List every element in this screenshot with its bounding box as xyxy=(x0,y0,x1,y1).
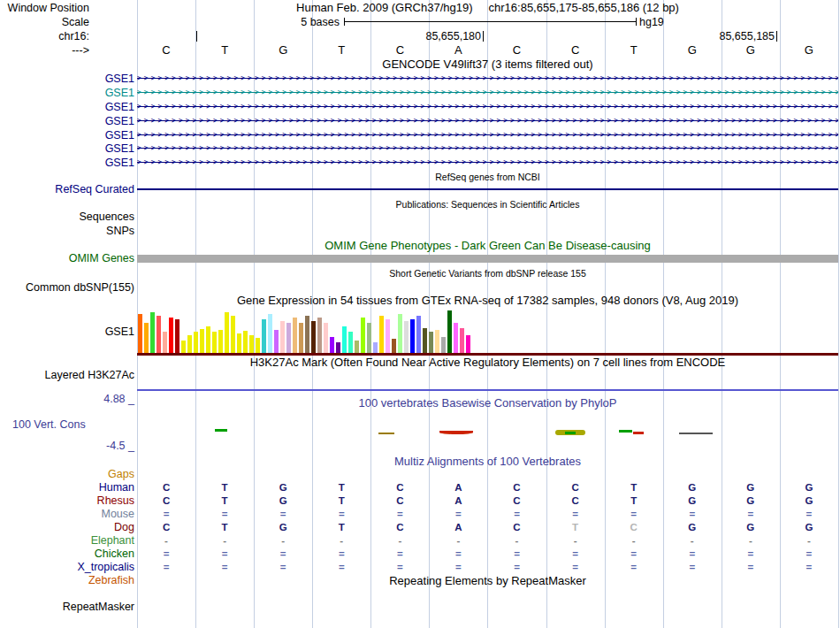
base-cell: T xyxy=(195,494,254,507)
track-label-refseq-curated[interactable]: RefSeq Curated xyxy=(2,183,134,195)
track-label-gse1[interactable]: GSE1 xyxy=(2,87,134,99)
species-label-x-tropicalis[interactable]: X_tropicalis xyxy=(2,561,134,573)
tissue-bar xyxy=(169,318,173,353)
tissue-bar xyxy=(348,332,353,353)
tissue-bar xyxy=(218,330,223,353)
phylop-min-value: -4.5 _ xyxy=(2,440,134,452)
transcript-gse1[interactable] xyxy=(137,117,838,126)
base-cell: G xyxy=(663,494,722,507)
species-label-dog[interactable]: Dog xyxy=(2,521,134,533)
base-cell: = xyxy=(663,548,722,560)
reference-sequence-track[interactable]: CTGTCACCTGGG xyxy=(137,44,838,57)
track-label-gse1[interactable]: GSE1 xyxy=(2,142,134,155)
tissue-bar xyxy=(299,323,303,353)
track-label-omim-genes[interactable]: OMIM Genes xyxy=(2,252,134,264)
base-cell: = xyxy=(487,508,546,520)
species-label-human[interactable]: Human xyxy=(2,481,134,494)
tissue-bar xyxy=(367,323,371,353)
tissue-bar xyxy=(286,323,291,353)
phylop-positive-mark xyxy=(565,432,576,434)
tissue-bar xyxy=(429,332,433,353)
transcript-gse1[interactable] xyxy=(137,131,838,140)
repeatmasker-track-header: Repeating Elements by RepeatMasker xyxy=(137,575,838,587)
transcript-gse1[interactable] xyxy=(137,158,838,167)
base-cell: - xyxy=(546,534,605,547)
species-label-zebrafish[interactable]: Zebrafish xyxy=(2,574,134,586)
species-label-mouse[interactable]: Mouse xyxy=(2,508,134,520)
alignment-row-x-tropicalis[interactable]: ============ xyxy=(137,561,838,573)
track-label-layered-h3k27ac[interactable]: Layered H3K27Ac xyxy=(2,369,134,381)
layered-h3k27ac-track[interactable] xyxy=(137,389,838,391)
base-cell: T xyxy=(605,44,663,57)
dbsnp-track-header: Short Genetic Variants from dbSNP releas… xyxy=(137,268,838,279)
track-label-sequences[interactable]: Sequences xyxy=(2,211,134,223)
base-cell: = xyxy=(312,561,370,573)
base-cell: = xyxy=(663,561,722,573)
tissue-bar xyxy=(293,318,297,353)
base-cell: C xyxy=(370,494,429,507)
tissue-bar xyxy=(386,319,390,353)
base-cell: C xyxy=(370,481,429,494)
base-cell: = xyxy=(663,508,722,520)
window-position-label: Window Position xyxy=(2,2,89,14)
alignment-row-human[interactable]: CTGTCACCTGGG xyxy=(137,481,838,494)
base-cell: C xyxy=(487,481,546,494)
tissue-bar xyxy=(398,314,402,353)
base-cell: C xyxy=(137,494,195,507)
base-cell: = xyxy=(137,508,195,520)
base-cell: = xyxy=(195,561,254,573)
alignment-row-dog[interactable]: CTGTCACTCGGG xyxy=(137,521,838,533)
base-cell: G xyxy=(722,521,780,533)
track-label-gse1[interactable]: GSE1 xyxy=(2,115,134,127)
base-cell: C xyxy=(370,44,429,57)
base-cell: = xyxy=(487,561,546,573)
tissue-bar xyxy=(181,341,186,353)
transcript-gse1[interactable] xyxy=(137,144,838,153)
base-cell: = xyxy=(780,548,838,560)
base-cell: T xyxy=(312,481,370,494)
transcript-gse1[interactable] xyxy=(137,88,838,97)
track-label-gtex-gse1[interactable]: GSE1 xyxy=(2,325,134,338)
tissue-bar xyxy=(138,314,142,353)
track-label-common-dbsnp[interactable]: Common dbSNP(155) xyxy=(2,281,134,294)
track-label-gse1[interactable]: GSE1 xyxy=(2,73,134,85)
track-label-gaps[interactable]: Gaps xyxy=(2,468,134,480)
base-cell: = xyxy=(370,508,429,520)
gtex-expression-barchart[interactable] xyxy=(138,309,839,353)
track-label-gse1[interactable]: GSE1 xyxy=(2,129,134,142)
tissue-bar xyxy=(447,310,452,353)
base-cell: G xyxy=(780,44,838,57)
transcript-gse1[interactable] xyxy=(137,103,838,111)
ucsc-genome-browser: Window Position Human Feb. 2009 (GRCh37/… xyxy=(0,0,840,628)
tissue-bar xyxy=(460,328,464,353)
refseq-curated-track[interactable] xyxy=(137,188,838,190)
phylop-positive-mark xyxy=(619,430,632,433)
alignment-row-chicken[interactable]: ============ xyxy=(137,548,838,560)
base-cell: G xyxy=(663,521,722,533)
tissue-bar xyxy=(163,332,167,353)
track-label-100-vert-cons[interactable]: 100 Vert. Cons xyxy=(12,418,86,431)
track-label-repeatmasker[interactable]: RepeatMasker xyxy=(2,601,134,613)
tissue-bar xyxy=(454,323,458,353)
ruler-number: 85,655,185 xyxy=(665,30,775,42)
tissue-bar xyxy=(194,332,198,353)
omim-genes-track[interactable] xyxy=(137,255,838,263)
species-label-chicken[interactable]: Chicken xyxy=(2,548,134,560)
base-cell: G xyxy=(663,44,722,57)
tissue-bar xyxy=(274,330,279,353)
species-label-rhesus[interactable]: Rhesus xyxy=(2,494,134,507)
species-label-elephant[interactable]: Elephant xyxy=(2,534,134,547)
base-cell: T xyxy=(312,44,370,57)
alignment-row-rhesus[interactable]: CTGTCACCTGGG xyxy=(137,494,838,507)
base-cell: G xyxy=(663,481,722,494)
track-label-gse1[interactable]: GSE1 xyxy=(2,101,134,113)
track-label-snps[interactable]: SNPs xyxy=(2,225,134,237)
base-cell: A xyxy=(429,44,487,57)
transcript-gse1[interactable] xyxy=(137,74,838,83)
base-cell: = xyxy=(605,508,663,520)
alignment-row-elephant[interactable]: ------------ xyxy=(137,534,838,547)
base-cell: T xyxy=(605,494,663,507)
tissue-bar xyxy=(466,335,470,353)
alignment-row-mouse[interactable]: ============ xyxy=(137,508,838,520)
track-label-gse1[interactable]: GSE1 xyxy=(2,157,134,169)
